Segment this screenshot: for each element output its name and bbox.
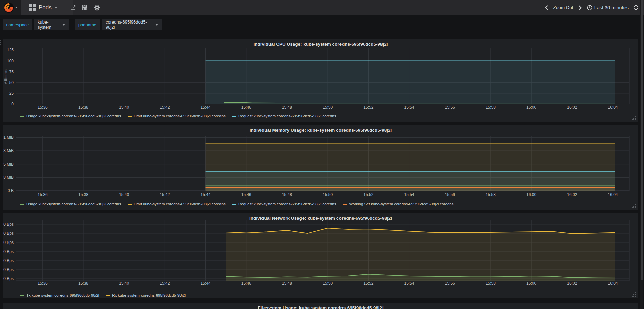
x-tick-label: 15:44	[201, 192, 211, 197]
y-tick-label: 0 B	[8, 188, 14, 193]
network-chart-plot: 100 Bps200 Bps300 Bps400 Bps500 Bps600 B…	[3, 213, 638, 290]
legend-item[interactable]: Usage kube-system coredns-695f96dcd5-98j…	[20, 202, 121, 206]
panel-resize-handle[interactable]	[631, 204, 636, 208]
share-dashboard-button[interactable]	[67, 0, 79, 15]
x-tick-label: 15:36	[38, 192, 48, 197]
save-icon	[82, 5, 88, 10]
dashboard-settings-button[interactable]	[91, 0, 103, 15]
x-tick-label: 15:42	[160, 105, 170, 110]
grafana-menu-button[interactable]	[0, 0, 21, 15]
dashboard-picker-button[interactable]: Pods	[21, 0, 73, 15]
series-fill	[206, 187, 615, 191]
cpu-chart-legend: Usage kube-system coredns-695f96dcd5-98j…	[20, 114, 336, 118]
x-tick-label: 16:04	[608, 281, 618, 286]
legend-item[interactable]: Usage kube-system coredns-695f96dcd5-98j…	[20, 114, 121, 118]
panel-network-usage: Individual Network Usage: kube-system co…	[3, 213, 638, 298]
legend-series-label: Tx kube-system coredns-695f96dcd5-98j2l	[26, 293, 99, 297]
series-fill	[226, 228, 615, 281]
legend-series-label: Limit kube-system coredns-695f96dcd5-98j…	[134, 114, 226, 118]
legend-item[interactable]: Limit kube-system coredns-695f96dcd5-98j…	[128, 202, 226, 206]
time-range-label: Last 30 minutes	[594, 5, 629, 10]
x-tick-label: 15:48	[282, 192, 292, 197]
time-forward-button[interactable]	[578, 5, 582, 10]
x-tick-label: 16:02	[567, 192, 577, 197]
refresh-button[interactable]	[633, 5, 639, 10]
y-tick-label: 100	[7, 59, 14, 63]
panel-title[interactable]: Filesystem Usage: kube-system coredns-69…	[3, 305, 638, 309]
x-tick-label: 15:54	[404, 281, 414, 286]
x-tick-label: 15:52	[363, 192, 373, 197]
x-tick-label: 15:54	[404, 105, 414, 110]
legend-item[interactable]: Limit kube-system coredns-695f96dcd5-98j…	[128, 114, 226, 118]
x-tick-label: 15:52	[363, 105, 373, 110]
legend-series-color	[20, 295, 24, 296]
navbar: Pods	[0, 0, 644, 15]
caret-down-icon	[155, 24, 158, 26]
x-tick-label: 15:52	[363, 281, 373, 286]
panel-memory-usage: Individual Memory Usage: kube-system cor…	[3, 125, 638, 210]
podname-variable-label: podname	[75, 19, 100, 30]
legend-series-color	[20, 116, 24, 117]
page-scrollbar	[640, 0, 643, 309]
x-tick-label: 15:46	[241, 192, 251, 197]
x-tick-label: 15:38	[78, 105, 88, 110]
save-dashboard-button[interactable]	[79, 0, 90, 15]
legend-series-label: Rx kube-system coredns-695f96dcd5-98j2l	[112, 293, 186, 297]
dashboard-grid-icon	[29, 4, 36, 11]
x-tick-label: 16:00	[526, 281, 536, 286]
time-back-button[interactable]	[545, 5, 549, 10]
legend-series-label: Request kube-system coredns-695f96dcd5-9…	[238, 114, 336, 118]
share-icon	[70, 5, 76, 10]
legend-series-color	[343, 204, 347, 205]
legend-series-label: Usage kube-system coredns-695f96dcd5-98j…	[26, 114, 121, 118]
row-drag-handle[interactable]	[0, 40, 3, 45]
y-tick-label: 75	[9, 70, 14, 74]
legend-item[interactable]: Request kube-system coredns-695f96dcd5-9…	[232, 202, 336, 206]
panel-cpu-usage: Individual CPU Usage: kube-system coredn…	[3, 39, 638, 122]
legend-series-label: Request kube-system coredns-695f96dcd5-9…	[238, 202, 336, 206]
x-tick-label: 16:00	[526, 105, 536, 110]
legend-item[interactable]: Request kube-system coredns-695f96dcd5-9…	[232, 114, 336, 118]
legend-item[interactable]: Tx kube-system coredns-695f96dcd5-98j2l	[20, 293, 99, 297]
y-tick-label: 50	[9, 80, 14, 85]
podname-variable-dropdown[interactable]: coredns-695f96dcd5-98j2l	[102, 19, 162, 30]
x-tick-label: 15:48	[282, 281, 292, 286]
y-tick-label: 25	[9, 91, 14, 96]
series-fill	[206, 61, 615, 104]
legend-series-color	[20, 204, 24, 205]
legend-series-label: Usage kube-system coredns-695f96dcd5-98j…	[26, 202, 121, 206]
x-tick-label: 15:42	[160, 192, 170, 197]
x-tick-label: 16:02	[567, 281, 577, 286]
panel-resize-handle[interactable]	[631, 116, 636, 120]
y-tick-label: 400 Bps	[3, 249, 14, 254]
y-tick-label: 125	[7, 48, 14, 52]
y-tick-label: 500 Bps	[3, 240, 14, 245]
x-tick-label: 15:36	[38, 105, 48, 110]
x-tick-label: 15:46	[241, 105, 251, 110]
panel-resize-handle[interactable]	[631, 292, 636, 297]
cpu-chart-plot: 025507510012515:3615:3815:4015:4215:4415…	[3, 39, 638, 113]
chevron-right-icon	[578, 5, 582, 10]
time-range-picker[interactable]: Last 30 minutes	[587, 5, 629, 10]
grafana-logo-icon	[3, 2, 14, 13]
zoom-out-button[interactable]: Zoom Out	[553, 5, 573, 10]
x-tick-label: 15:58	[486, 105, 496, 110]
x-tick-label: 15:56	[445, 192, 455, 197]
x-tick-label: 15:46	[241, 281, 251, 286]
y-tick-label: 200 Bps	[3, 267, 14, 272]
y-tick-label: 48 MiB	[3, 175, 14, 180]
namespace-variable-dropdown[interactable]: kube-system	[34, 19, 69, 30]
namespace-variable-value: kube-system	[38, 19, 59, 30]
y-tick-label: 143 MiB	[3, 148, 14, 153]
network-chart-legend: Tx kube-system coredns-695f96dcd5-98j2lR…	[20, 293, 186, 297]
clock-icon	[587, 5, 592, 10]
scrollbar-thumb[interactable]	[641, 0, 643, 280]
y-tick-label: 600 Bps	[3, 231, 14, 236]
legend-series-color	[128, 204, 132, 205]
x-tick-label: 15:44	[201, 281, 211, 286]
x-tick-label: 15:50	[323, 192, 333, 197]
legend-item[interactable]: Working Set kube-system coredns-695f96dc…	[343, 202, 453, 206]
gear-icon	[94, 5, 100, 11]
legend-item[interactable]: Rx kube-system coredns-695f96dcd5-98j2l	[106, 293, 186, 297]
y-tick-label: 300 Bps	[3, 258, 14, 263]
